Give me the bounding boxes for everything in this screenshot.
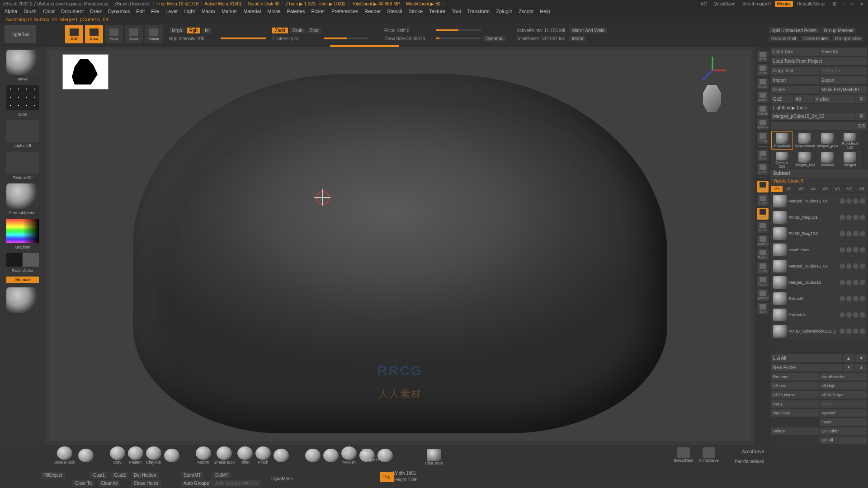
eye-icon[interactable] — [853, 263, 859, 269]
menu-texture[interactable]: Texture — [429, 9, 445, 14]
group-visible-button[interactable]: GroupVisible — [832, 36, 863, 42]
nav-transp-button[interactable]: Transp — [757, 276, 769, 287]
brush-slot-button[interactable] — [323, 449, 339, 462]
tool-thumb[interactable]: PolyMesh — [771, 131, 793, 150]
menu-light[interactable]: Light — [184, 9, 195, 14]
m-button[interactable]: M — [202, 28, 211, 33]
tool-thumb[interactable]: SimpleBrush — [794, 131, 816, 150]
lightbox-button[interactable]: LightBox — [5, 25, 36, 43]
brush-Morph-button[interactable]: Morph — [196, 446, 211, 465]
active-tool-name[interactable]: Merged_pCube15_04_52 — [771, 113, 854, 120]
groups-split-button[interactable]: Groups Split — [769, 36, 799, 42]
brush-slot-button[interactable] — [377, 449, 393, 462]
nav-persp-button[interactable]: Persp — [757, 132, 769, 144]
menu-draw[interactable]: Draw — [90, 9, 102, 14]
menu-file[interactable]: File — [151, 9, 159, 14]
focal-shift-slider[interactable] — [436, 29, 481, 31]
rgb-intensity-slider[interactable] — [221, 38, 266, 39]
brush-ClayTub-button[interactable]: ClayTub — [146, 446, 161, 465]
menu-layer[interactable]: Layer — [165, 9, 178, 14]
menu-alpha[interactable]: Alpha — [5, 9, 17, 14]
list-up-icon[interactable]: ▲ — [843, 354, 854, 362]
menu-zscript[interactable]: Zscript — [519, 9, 533, 14]
subtool-visibility[interactable] — [838, 198, 867, 204]
eye-icon[interactable] — [840, 247, 845, 253]
load-tool-button[interactable]: Load Tool — [771, 48, 819, 56]
view-tab-v6[interactable]: V6 — [832, 186, 843, 192]
subtool-item[interactable]: nosehelmet — [771, 242, 867, 258]
eye-icon[interactable] — [860, 263, 865, 269]
eye-icon[interactable] — [853, 328, 859, 334]
new-folder-button[interactable]: New Folder — [771, 364, 842, 371]
brush-Flatten-button[interactable]: Flatten — [128, 446, 143, 465]
defaultzscript-button[interactable]: DefaultZScript — [794, 1, 828, 6]
subtool-visibility[interactable] — [838, 328, 867, 334]
brush-slot-button[interactable] — [305, 449, 321, 462]
secondary-material-icon[interactable] — [6, 287, 39, 313]
eye-icon[interactable] — [860, 280, 865, 285]
color-swatches[interactable] — [6, 253, 39, 267]
width-readout[interactable]: Width 1861 — [393, 471, 418, 476]
zcut-button[interactable]: Zcut — [307, 28, 321, 33]
lightbox-tools-header[interactable]: Lightbox ▶ Tools — [770, 104, 868, 112]
menu-palettes[interactable]: Palettes — [287, 9, 305, 14]
menu-macro[interactable]: Macro — [201, 9, 215, 14]
eye-icon[interactable] — [853, 312, 859, 318]
rename-button[interactable]: Rename — [771, 373, 819, 380]
close-holes-button[interactable]: Close Holes — [801, 36, 830, 42]
fillobject-button[interactable]: FillObject — [41, 472, 65, 479]
eye-icon[interactable] — [860, 296, 865, 301]
view-tab-v3[interactable]: V3 — [796, 186, 807, 192]
goz-r-button[interactable]: R — [855, 95, 867, 103]
clearto-button[interactable]: Clear To — [72, 480, 94, 487]
eye-icon[interactable] — [846, 247, 852, 253]
menu-help[interactable]: Help — [540, 9, 550, 14]
nav-aahalf-button[interactable]: AAHalf — [757, 105, 769, 117]
nav-floor-button[interactable]: Floor — [757, 150, 769, 161]
eye-icon[interactable] — [840, 263, 845, 269]
menu-zplugin[interactable]: Zplugin — [496, 9, 512, 14]
rgb-intensity-label[interactable]: Rgb Intensity 100 — [169, 36, 219, 41]
edit-mode-button[interactable]: Edit — [65, 25, 83, 43]
window-icon[interactable]: ⊞ — [832, 1, 837, 6]
autogroupsuv-button[interactable]: Auto Groups With UV — [212, 480, 261, 487]
insert-button[interactable]: Insert — [820, 418, 867, 426]
subtool-item[interactable]: Merged_pCube15_02 — [771, 258, 867, 274]
brush-Clay-button[interactable]: Clay — [110, 446, 125, 465]
view-tab-v1[interactable]: V1 — [771, 186, 783, 192]
material-preview-icon[interactable] — [6, 183, 39, 209]
view-tab-v5[interactable]: V5 — [820, 186, 831, 192]
eye-icon[interactable] — [860, 328, 865, 334]
subtool-item[interactable]: PM3D_Sphereinder3D2_1 — [771, 324, 867, 339]
stroke-preview-icon[interactable] — [6, 85, 39, 110]
color-picker[interactable] — [6, 219, 39, 243]
canvas[interactable]: RRCG 人人素材 — [49, 51, 751, 441]
delete-button[interactable]: Delete — [771, 427, 819, 435]
eye-icon[interactable] — [840, 296, 845, 301]
mirror-weld-button[interactable]: Mirror And Weld — [570, 28, 608, 33]
mrgb-button[interactable]: Mrgb — [169, 28, 185, 33]
paste-tool-button[interactable]: Paste Tool — [820, 67, 867, 75]
nav-rotate-button[interactable]: Rotate — [757, 249, 769, 260]
back-button[interactable]: Back — [362, 448, 372, 453]
nav-move-button[interactable]: Move — [757, 221, 769, 233]
mirror-button[interactable]: Mirror — [569, 36, 586, 42]
goz-visible-button[interactable]: Visible — [814, 95, 854, 103]
gradient-label[interactable]: Gradient — [15, 245, 31, 249]
copy-tool-button[interactable]: Copy Tool — [771, 67, 819, 75]
subtool-header[interactable]: Subtool — [770, 169, 868, 177]
zsub-button[interactable]: Zsub — [290, 28, 305, 33]
subtool-item[interactable]: Merged_pCube15_04 — [771, 193, 867, 209]
reference-thumbnail[interactable] — [62, 54, 108, 89]
seethrough-slider[interactable]: See-through 0 — [740, 1, 774, 6]
brush-slot-button[interactable] — [164, 449, 179, 462]
copy-subtool-button[interactable]: Copy — [771, 400, 819, 408]
draw-mode-button[interactable]: Draw — [85, 25, 103, 43]
export-button[interactable]: Export — [820, 76, 867, 84]
cust1-button[interactable]: Cust1 — [90, 472, 108, 479]
split-unmasked-button[interactable]: Split Unmasked Points — [769, 28, 820, 33]
eye-icon[interactable] — [840, 328, 845, 334]
brush-Inflat-button[interactable]: Inflat — [237, 446, 253, 465]
folder-down-icon[interactable]: ↡ — [855, 364, 867, 371]
tool-thumb[interactable]: Extract2 — [816, 150, 838, 169]
